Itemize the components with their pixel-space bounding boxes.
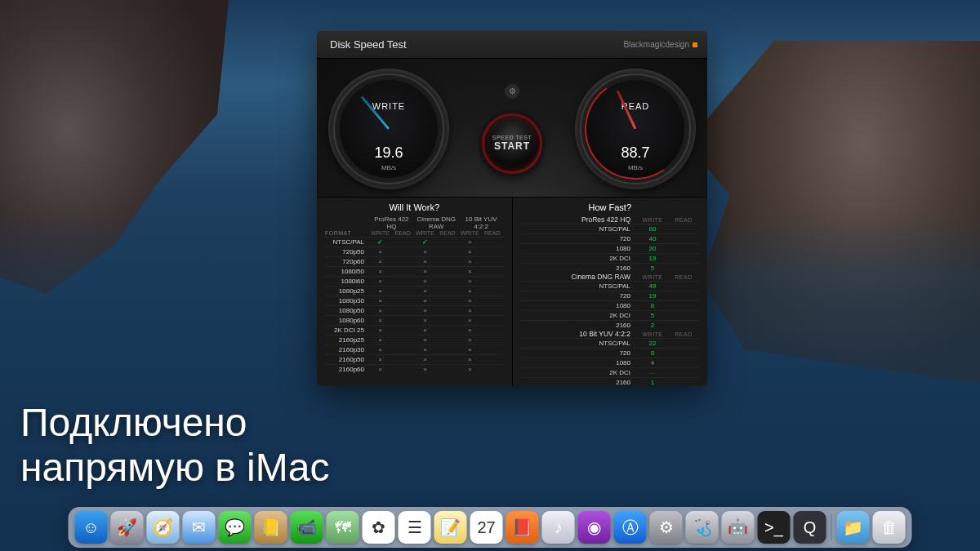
reminders-icon: ☰ [408,518,422,537]
format-label: 1080p60 [325,317,369,324]
start-button[interactable]: SPEED TEST START [482,113,542,174]
format-label: 720p50 [325,248,369,256]
dock-automator[interactable]: 🤖 [722,511,755,544]
trash-icon: 🗑 [881,518,898,537]
status-cell: × [459,356,481,363]
write-fps: 4 [637,359,668,367]
status-cell: × [459,287,481,295]
caption-line1: Подключено [20,400,329,445]
dock-notes[interactable]: 📝 [434,511,467,544]
write-label: WRITE [328,101,449,111]
dock-podcasts[interactable]: ◉ [578,511,611,544]
hf-codec-header: ProRes 422 HQWRITEREAD [521,216,700,224]
dock-finder[interactable]: ☺ [75,511,108,544]
write-fps: 20 [637,245,668,252]
dock-mail[interactable]: ✉ [183,511,216,544]
status-cell: × [369,307,391,314]
dock-books[interactable]: 📕 [506,511,539,544]
dock-appstore[interactable]: Ⓐ [614,511,647,544]
format-label: 2160p50 [325,356,369,363]
dock-utilities[interactable]: 🩺 [686,511,719,544]
write-fps: 40 [637,235,668,242]
hf-row: 21601 [521,377,700,387]
dock-trash[interactable]: 🗑 [873,511,906,544]
status-cell: ✓ [369,238,391,246]
finder-icon: ☺ [82,518,99,537]
status-cell: × [414,268,436,275]
brand-icon [693,42,697,47]
dock-itunes[interactable]: ♪ [542,511,575,544]
format-label: 2160p30 [325,346,369,353]
hf-row: 7208 [521,348,700,358]
status-cell: ✓ [414,238,436,246]
dock-safari[interactable]: 🧭 [147,511,180,544]
dock-messages[interactable]: 💬 [219,511,252,544]
status-cell: × [369,297,391,304]
window-title: Disk Speed Test [330,38,407,51]
hf-row: 72019 [521,291,700,300]
format-label: 1080p50 [325,307,369,314]
hf-row: NTSC/PAL22 [521,338,700,348]
wiw-row: 1080p60××× [325,315,504,325]
dock-folder[interactable]: 📁 [837,511,870,544]
dock-quicktime[interactable]: Q [794,511,826,544]
write-fps: 5 [637,264,668,272]
dock-preferences[interactable]: ⚙ [650,511,683,544]
write-fps: 1 [637,379,668,386]
write-fps: 19 [637,292,668,300]
dock-calendar[interactable]: 27 [470,511,503,544]
dock-reminders[interactable]: ☰ [399,511,431,544]
format-label: NTSC/PAL [521,282,638,290]
status-cell: × [459,258,481,265]
format-label: 720p60 [325,258,369,265]
caption-overlay: Подключено напрямую в iMac [20,400,329,490]
dock-maps[interactable]: 🗺 [327,511,359,544]
status-cell: × [414,248,436,256]
hf-row: 72040 [521,233,700,243]
dock: ☺🚀🧭✉💬📒📹🗺✿☰📝27📕♪◉Ⓐ⚙🩺🤖>_Q📁🗑 [69,507,912,548]
write-unit: MB/s [328,164,449,171]
wiw-row: 2160p25××× [325,335,504,344]
dock-facetime[interactable]: 📹 [291,511,323,544]
hf-row: 10804 [521,358,700,367]
status-cell: × [459,307,481,314]
gauges-panel: WRITE 19.6 MB/s ⚙ SPEED TEST START READ [317,59,707,198]
status-cell: × [459,238,481,246]
write-fps: 60 [637,225,668,233]
settings-button[interactable]: ⚙ [505,84,519,99]
dock-photos[interactable]: ✿ [363,511,395,544]
notes-icon: 📝 [440,518,461,537]
dock-terminal[interactable]: >_ [758,511,791,544]
format-label: 1080i60 [325,278,369,285]
wiw-row: 1080p25××× [325,286,504,295]
hf-title: How Fast? [521,202,700,212]
hf-row: 21605 [521,263,700,273]
dock-contacts[interactable]: 📒 [255,511,287,544]
calendar-icon: 27 [477,518,495,537]
itunes-icon: ♪ [555,518,563,537]
wiw-row: NTSC/PAL✓✓× [325,237,504,247]
status-cell: × [459,268,481,275]
wiw-title: Will It Work? [325,202,504,212]
status-cell: × [414,307,436,314]
status-cell: × [369,356,391,363]
gear-icon: ⚙ [509,87,516,96]
status-cell: × [369,268,391,275]
books-icon: 📕 [512,518,532,537]
wiw-row: 1080p30××× [325,295,504,305]
how-fast-panel: How Fast? ProRes 422 HQWRITEREADNTSC/PAL… [512,198,708,385]
mail-icon: ✉ [192,518,206,537]
status-cell: × [369,317,391,324]
preferences-icon: ⚙ [659,518,674,537]
hf-row: 2K DCI19 [521,253,700,263]
quicktime-icon: Q [804,518,817,537]
dock-launchpad[interactable]: 🚀 [111,511,144,544]
format-label: 2160 [521,322,638,329]
format-label: 2K DCI [521,369,638,376]
read-gauge: READ 88.7 MB/s [575,69,696,189]
hf-row: 108020 [521,243,700,253]
start-label-big: START [494,140,530,152]
titlebar[interactable]: Disk Speed Test Blackmagicdesign [317,31,707,59]
safari-icon: 🧭 [153,518,173,537]
facetime-icon: 📹 [296,518,317,537]
